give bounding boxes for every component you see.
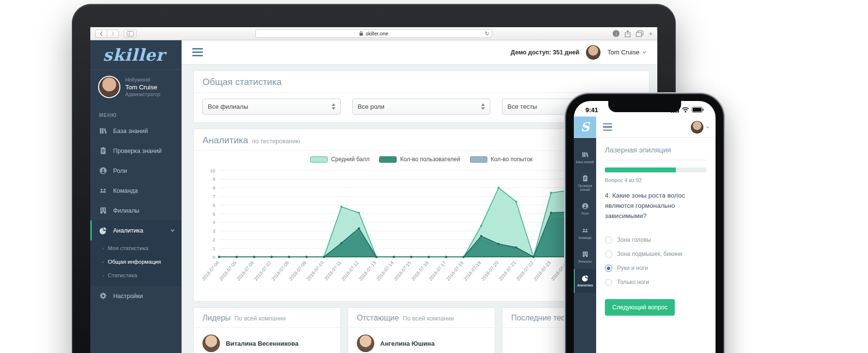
- user-menu[interactable]: Tom Cruise: [607, 49, 647, 56]
- sidebar-item-branches[interactable]: Филиалы: [90, 201, 182, 220]
- svg-text:2018-07-23: 2018-07-23: [533, 260, 552, 282]
- svg-text:2018-07-18: 2018-07-18: [445, 260, 465, 282]
- svg-text:2018-07-15: 2018-07-15: [393, 260, 412, 282]
- phone-app-logo[interactable]: S: [574, 117, 596, 137]
- hamburger-menu-icon[interactable]: [603, 123, 612, 131]
- chevron-down-icon: [706, 125, 710, 129]
- legend-item: Средний балл: [310, 156, 369, 163]
- answer-label: Руки и ноги: [617, 265, 648, 271]
- clock: 9:41: [585, 106, 598, 114]
- answer-label: Зона подмышек, бикини: [617, 251, 682, 257]
- phone-sidebar-item-branches[interactable]: Филиалы: [574, 245, 596, 269]
- svg-text:2: 2: [213, 237, 215, 242]
- answer-label: Только ноги: [617, 279, 649, 286]
- stage: skiller.one ↻ ↓ + skiller: [0, 0, 868, 353]
- browser-address-bar[interactable]: skiller.one ↻: [255, 29, 492, 38]
- card-subtitle: По всей компании: [234, 315, 285, 322]
- legend-swatch: [379, 156, 397, 163]
- sidebar-toggle-icon: [127, 31, 134, 36]
- next-question-button[interactable]: Следующий вопрос: [605, 299, 675, 316]
- sidebar-item-roles[interactable]: Роли: [90, 161, 182, 181]
- books-icon: [99, 127, 107, 135]
- user-name: Tom Cruise: [607, 49, 639, 56]
- branch-filter-select[interactable]: Все филиалы: [202, 99, 341, 115]
- sidebar-item-knowledge-check[interactable]: Проверка знаний: [90, 141, 182, 161]
- app-logo[interactable]: skiller: [90, 40, 182, 69]
- svg-text:2018-07-06: 2018-07-06: [235, 260, 255, 282]
- submenu-item-general-info[interactable]: Общая информация: [90, 255, 182, 269]
- clipboard-icon: [99, 147, 107, 155]
- item-label: Аналитика: [577, 284, 593, 287]
- answer-option[interactable]: Только ноги: [605, 275, 706, 289]
- answer-option[interactable]: Зона головы: [605, 233, 706, 247]
- list-item[interactable]: Виталина Весенникова: [194, 328, 340, 353]
- chevron-down-icon: [642, 50, 647, 54]
- menu-header: МЕНЮ: [90, 106, 182, 121]
- browser-sidebar-button[interactable]: [124, 30, 136, 38]
- battery-icon: [692, 107, 704, 113]
- svg-text:2018-07-22: 2018-07-22: [515, 260, 534, 282]
- people-icon: [582, 227, 589, 234]
- item-label: Роли: [582, 212, 589, 216]
- svg-text:3: 3: [213, 228, 215, 234]
- svg-text:2018-07-16: 2018-07-16: [410, 260, 430, 282]
- sidebar-item-team[interactable]: Команда: [90, 181, 182, 201]
- avatar: [98, 76, 120, 98]
- share-icon[interactable]: [625, 30, 631, 37]
- sidebar-item-settings[interactable]: Настройки: [90, 286, 182, 306]
- pie-chart-icon: [99, 226, 107, 235]
- radio-icon[interactable]: [605, 265, 612, 272]
- profile-name: Tom Cruise: [125, 84, 160, 91]
- sidebar-item-label: База знаний: [113, 128, 148, 134]
- card-title: Последние тесты: [511, 314, 574, 322]
- browser-back-button[interactable]: [95, 30, 107, 38]
- submenu-item-statistics[interactable]: Статистика: [90, 269, 182, 282]
- list-item[interactable]: Ангелина Юшина: [348, 328, 495, 353]
- svg-text:0: 0: [213, 254, 215, 260]
- phone-sidebar: База знаний Проверка знаний Роли Команда: [574, 138, 596, 353]
- avatar: [357, 335, 374, 352]
- topbar-avatar[interactable]: [586, 45, 601, 60]
- svg-text:5: 5: [213, 211, 215, 217]
- sidebar-item-label: Проверка знаний: [113, 148, 162, 154]
- card-title: Общая статистика: [202, 77, 282, 87]
- browser-forward-button[interactable]: [107, 30, 119, 38]
- phone-sidebar-item-analytics[interactable]: Аналитика: [574, 269, 596, 293]
- radio-icon[interactable]: [605, 251, 612, 258]
- notch: [608, 101, 681, 112]
- person-name: Ангелина Юшина: [380, 340, 434, 347]
- phone-sidebar-item-roles[interactable]: Роли: [574, 197, 596, 221]
- radio-icon[interactable]: [605, 279, 612, 286]
- phone-sidebar-item-knowledge-check[interactable]: Проверка знаний: [574, 169, 596, 197]
- new-tab-button[interactable]: +: [649, 30, 652, 37]
- item-label: База знаний: [576, 160, 594, 164]
- svg-text:2018-07-07: 2018-07-07: [253, 260, 272, 282]
- phone-sidebar-item-knowledge-base[interactable]: База знаний: [574, 146, 596, 169]
- sidebar-item-knowledge-base[interactable]: База знаний: [90, 121, 182, 141]
- phone-user-menu[interactable]: [691, 117, 710, 137]
- answer-option[interactable]: Зона подмышек, бикини: [605, 247, 706, 261]
- svg-text:2018-07-09: 2018-07-09: [288, 260, 307, 282]
- sidebar-item-analytics[interactable]: Аналитика: [90, 220, 182, 240]
- phone-device: 9:41 S База знани: [566, 94, 723, 353]
- back-icon: [100, 31, 103, 36]
- hamburger-menu-icon[interactable]: [192, 48, 203, 56]
- answer-option[interactable]: Руки и ноги: [605, 261, 706, 275]
- phone-sidebar-item-team[interactable]: Команда: [574, 221, 596, 245]
- item-label: Филиалы: [578, 260, 592, 264]
- downloads-icon[interactable]: ↓: [613, 30, 619, 37]
- building-icon: [582, 251, 589, 258]
- reload-icon[interactable]: ↻: [485, 31, 489, 36]
- card-subtitle: По всей компании: [403, 315, 454, 322]
- svg-text:2018-07-11: 2018-07-11: [323, 260, 342, 281]
- svg-text:4: 4: [213, 219, 216, 225]
- forward-icon: [111, 31, 115, 36]
- legend-label: Кол-во пользователей: [400, 156, 460, 163]
- role-filter-select[interactable]: Все роли: [352, 99, 491, 115]
- sidebar-item-label: Роли: [113, 168, 127, 174]
- radio-icon[interactable]: [605, 236, 612, 244]
- sidebar-profile: Hollywood Tom Cruise Администратор: [90, 69, 182, 106]
- wifi-icon: [682, 107, 689, 113]
- submenu-item-my-stats[interactable]: Моя статистика: [90, 241, 182, 255]
- tabs-icon[interactable]: [636, 31, 643, 37]
